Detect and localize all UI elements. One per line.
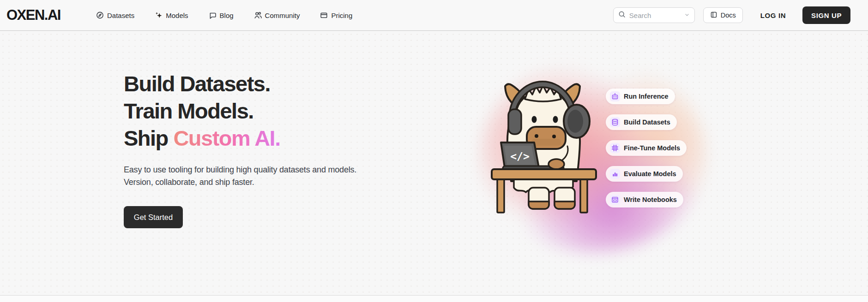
robot-icon: [610, 91, 620, 101]
code-window-icon: [610, 195, 620, 205]
headline-line-3: Ship Custom AI.: [124, 124, 456, 152]
book-icon: [710, 11, 717, 20]
nav-label: Datasets: [107, 12, 134, 19]
hero-subtitle: Easy to use tooling for building high qu…: [124, 164, 456, 189]
pill-label: Evaluate Models: [624, 170, 676, 178]
ox-eye-left: [532, 116, 537, 123]
pill-label: Build Datasets: [624, 118, 670, 126]
search-box[interactable]: [613, 7, 695, 23]
docs-button[interactable]: Docs: [703, 7, 743, 23]
hero-headline: Build Datasets. Train Models. Ship Custo…: [124, 70, 456, 152]
nav-item-datasets[interactable]: Datasets: [96, 12, 134, 19]
get-started-button[interactable]: Get Started: [124, 206, 183, 228]
nav-item-models[interactable]: Models: [155, 12, 188, 19]
pill-label: Write Notebooks: [624, 196, 677, 203]
desk-leg-left: [497, 179, 504, 213]
search-icon: [618, 11, 626, 20]
pill-label: Fine-Tune Models: [624, 144, 680, 152]
desk-leg-right: [580, 179, 587, 213]
database-icon: [610, 117, 620, 127]
chat-bubble-icon: [209, 12, 217, 19]
ox-hoof-left: [529, 201, 549, 209]
docs-label: Docs: [721, 12, 736, 19]
nav-item-blog[interactable]: Blog: [209, 12, 234, 19]
chevron-down-icon[interactable]: [684, 11, 690, 19]
subtitle-line-1: Easy to use tooling for building high qu…: [124, 164, 456, 176]
pill-label: Run Inference: [624, 93, 669, 100]
pill-build-datasets: Build Datasets: [606, 114, 677, 130]
headline-line-3-prefix: Ship: [124, 126, 173, 150]
headphone-cup-inner: [567, 110, 583, 133]
pill-write-notebooks: Write Notebooks: [606, 192, 683, 207]
sparkles-icon: [155, 12, 163, 19]
pill-run-inference: Run Inference: [606, 89, 675, 104]
laptop-code-text: </>: [510, 150, 530, 162]
hero-copy: Build Datasets. Train Models. Ship Custo…: [124, 70, 456, 228]
feature-pills: Run Inference Build Datasets: [606, 89, 687, 218]
nav-label: Models: [166, 12, 188, 19]
header-actions: Docs LOG IN SIGN UP: [613, 6, 850, 24]
nav-item-community[interactable]: Community: [254, 12, 300, 19]
credit-card-icon: [320, 12, 328, 19]
ox-mascot-illustration: </>: [482, 69, 603, 216]
nav-label: Community: [265, 12, 300, 19]
hero-section: Build Datasets. Train Models. Ship Custo…: [0, 31, 868, 295]
pill-evaluate-models: Evaluate Models: [606, 166, 683, 182]
top-nav: OXEN.AI Datasets Models: [0, 0, 868, 31]
users-icon: [254, 12, 262, 19]
pill-fine-tune-models: Fine-Tune Models: [606, 140, 687, 156]
headline-line-1: Build Datasets.: [124, 70, 456, 97]
compass-icon: [96, 12, 104, 19]
oxen-logo[interactable]: OXEN.AI: [6, 7, 60, 24]
login-button[interactable]: LOG IN: [760, 12, 786, 19]
chip-icon: [610, 143, 620, 153]
bar-chart-icon: [610, 169, 620, 179]
next-section-divider: [0, 295, 868, 302]
ox-hoof-right: [555, 201, 575, 209]
ox-eye-right: [553, 116, 558, 123]
headline-gradient-text: Custom AI.: [173, 126, 280, 150]
oxen-landing-page: OXEN.AI Datasets Models: [0, 0, 868, 302]
headline-line-2: Train Models.: [124, 97, 456, 124]
signup-button[interactable]: SIGN UP: [802, 6, 850, 24]
ox-nostril-left: [535, 134, 538, 138]
subtitle-line-2: Version, collaborate, and ship faster.: [124, 176, 456, 189]
ox-nostril-right: [552, 135, 556, 138]
nav-label: Blog: [220, 12, 234, 19]
headphone-cup-left: [508, 109, 521, 134]
nav-label: Pricing: [331, 12, 352, 19]
ox-mouth: [531, 139, 561, 146]
nav-item-pricing[interactable]: Pricing: [320, 12, 352, 19]
desk-top: [492, 169, 596, 179]
search-input[interactable]: [629, 12, 681, 19]
main-nav: Datasets Models Blog: [96, 12, 352, 19]
ox-front-hoof: [549, 159, 564, 169]
